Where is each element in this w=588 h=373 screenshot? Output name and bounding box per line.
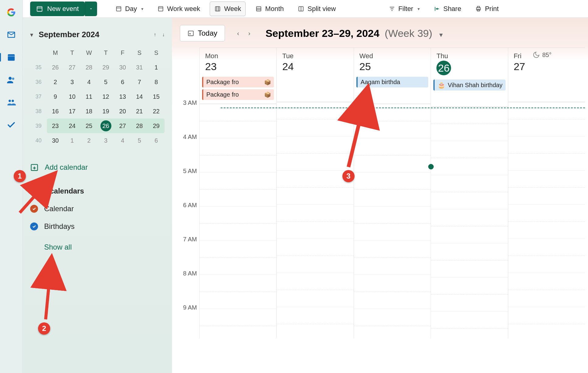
mini-day[interactable]: 27 xyxy=(64,60,81,75)
mini-day[interactable]: 5 xyxy=(97,75,114,89)
day-column[interactable]: Wed25Aagam birthda xyxy=(354,48,431,338)
mini-day[interactable]: 3 xyxy=(64,75,81,89)
day-of-week: Wed xyxy=(359,52,425,60)
mini-day[interactable]: 2 xyxy=(81,133,97,148)
hour-label: 4 AM xyxy=(178,133,199,168)
svg-rect-15 xyxy=(257,6,261,11)
svg-rect-0 xyxy=(8,54,15,61)
day-of-week: Tue xyxy=(282,52,348,60)
calendar-item[interactable]: Birthdays xyxy=(30,222,165,231)
svg-rect-26 xyxy=(188,31,194,36)
mini-calendar[interactable]: MTWTFSS352627282930311362345678379101112… xyxy=(30,45,165,148)
people-icon[interactable] xyxy=(5,74,17,86)
mini-day[interactable]: 15 xyxy=(148,89,165,104)
mini-day[interactable]: 26 xyxy=(47,60,64,75)
week-grid[interactable]: Mon23Package fro📦Package fro📦Tue24Wed25A… xyxy=(199,48,585,338)
mini-day[interactable]: 10 xyxy=(64,89,81,104)
chevron-down-icon[interactable]: ▾ xyxy=(30,31,33,38)
mini-day[interactable]: 28 xyxy=(81,60,97,75)
mini-day[interactable]: 3 xyxy=(97,133,114,148)
filter-button[interactable]: Filter▾ xyxy=(384,2,424,16)
print-button[interactable]: Print xyxy=(471,2,503,16)
mini-day[interactable]: 1 xyxy=(64,133,81,148)
mini-day[interactable]: 24 xyxy=(64,119,81,133)
mini-day[interactable]: 30 xyxy=(47,133,64,148)
view-day-button[interactable]: Day▾ xyxy=(111,2,148,16)
mini-day[interactable]: 18 xyxy=(81,104,97,119)
add-calendar-button[interactable]: Add calendar xyxy=(30,163,165,172)
date-range[interactable]: September 23–29, 2024 (Week 39) ▾ xyxy=(265,27,442,39)
mail-icon[interactable] xyxy=(5,29,17,41)
mini-day[interactable]: 22 xyxy=(148,104,165,119)
show-all-button[interactable]: Show all xyxy=(44,243,165,251)
mini-day[interactable]: 29 xyxy=(148,119,165,133)
chevron-down-icon: ▾ xyxy=(439,31,443,38)
hour-label: 8 AM xyxy=(178,270,199,304)
view-month-button[interactable]: Month xyxy=(251,2,288,16)
mini-day[interactable]: 30 xyxy=(114,60,131,75)
mini-day[interactable]: 4 xyxy=(81,75,97,89)
annotation-badge-3: 3 xyxy=(342,170,355,182)
mini-day[interactable]: 7 xyxy=(131,75,148,89)
day-column[interactable]: Fri27 xyxy=(508,48,585,338)
todo-icon[interactable] xyxy=(5,119,17,131)
day-number: 24 xyxy=(282,61,348,73)
all-day-event[interactable]: 🎂Vihan Shah birthday xyxy=(433,80,505,91)
svg-point-2 xyxy=(9,77,12,80)
mini-day[interactable]: 17 xyxy=(64,104,81,119)
mini-day[interactable]: 8 xyxy=(148,75,165,89)
mini-day[interactable]: 6 xyxy=(148,133,165,148)
day-column[interactable]: Mon23Package fro📦Package fro📦 xyxy=(199,48,276,338)
calendar-name: Birthdays xyxy=(44,222,75,231)
new-event-button[interactable]: New event xyxy=(30,2,85,16)
view-split-button[interactable]: Split view xyxy=(293,2,340,16)
event-title: Vihan Shah birthday xyxy=(448,82,502,89)
mini-day[interactable]: 11 xyxy=(81,89,97,104)
mini-day[interactable]: 19 xyxy=(97,104,114,119)
mini-day[interactable]: 12 xyxy=(97,89,114,104)
today-button[interactable]: Today xyxy=(180,25,225,41)
calendar-checkbox[interactable] xyxy=(30,222,38,230)
next-month-button[interactable]: ↓ xyxy=(162,32,165,37)
mini-day[interactable]: 14 xyxy=(131,89,148,104)
mini-day[interactable]: 5 xyxy=(131,133,148,148)
view-week-button[interactable]: Week xyxy=(210,2,246,16)
package-icon: 📦 xyxy=(264,91,271,98)
mini-day[interactable]: 28 xyxy=(131,119,148,133)
mini-day[interactable]: 25 xyxy=(81,119,97,133)
groups-icon[interactable] xyxy=(5,96,17,108)
svg-point-4 xyxy=(9,100,11,102)
date-range-text: September 23–29, 2024 xyxy=(265,27,379,39)
mini-day[interactable]: 4 xyxy=(114,133,131,148)
mini-day[interactable]: 21 xyxy=(131,104,148,119)
mini-day[interactable]: 6 xyxy=(114,75,131,89)
mini-day[interactable]: 23 xyxy=(47,119,64,133)
mini-day[interactable]: 26 xyxy=(97,119,114,133)
mini-day[interactable]: 2 xyxy=(47,75,64,89)
mini-day[interactable]: 1 xyxy=(148,60,165,75)
view-workweek-button[interactable]: Work week xyxy=(153,2,204,16)
share-button[interactable]: Share xyxy=(429,2,466,16)
day-column[interactable]: Thu26🎂Vihan Shah birthday xyxy=(431,48,508,338)
next-week-button[interactable]: › xyxy=(248,30,250,37)
view-week-label: Week xyxy=(224,5,241,13)
day-column[interactable]: Tue24 xyxy=(276,48,353,338)
mini-day[interactable]: 9 xyxy=(47,89,64,104)
hour-label: 9 AM xyxy=(178,304,199,338)
prev-week-button[interactable]: ‹ xyxy=(237,30,239,37)
all-day-event[interactable]: Aagam birthda xyxy=(356,77,428,87)
mini-day[interactable]: 16 xyxy=(47,104,64,119)
mini-day[interactable]: 13 xyxy=(114,89,131,104)
mini-day[interactable]: 27 xyxy=(114,119,131,133)
new-event-dropdown[interactable] xyxy=(85,2,97,16)
mini-day[interactable]: 31 xyxy=(131,60,148,75)
calendar-icon[interactable] xyxy=(5,51,17,63)
prev-month-button[interactable]: ↑ xyxy=(154,32,156,37)
mini-day[interactable]: 20 xyxy=(114,104,131,119)
all-day-event[interactable]: Package fro📦 xyxy=(202,77,274,87)
all-day-event[interactable]: Package fro📦 xyxy=(202,89,274,100)
google-icon[interactable] xyxy=(5,6,17,18)
print-label: Print xyxy=(485,5,499,13)
mini-day[interactable]: 29 xyxy=(97,60,114,75)
svg-line-28 xyxy=(20,184,46,213)
